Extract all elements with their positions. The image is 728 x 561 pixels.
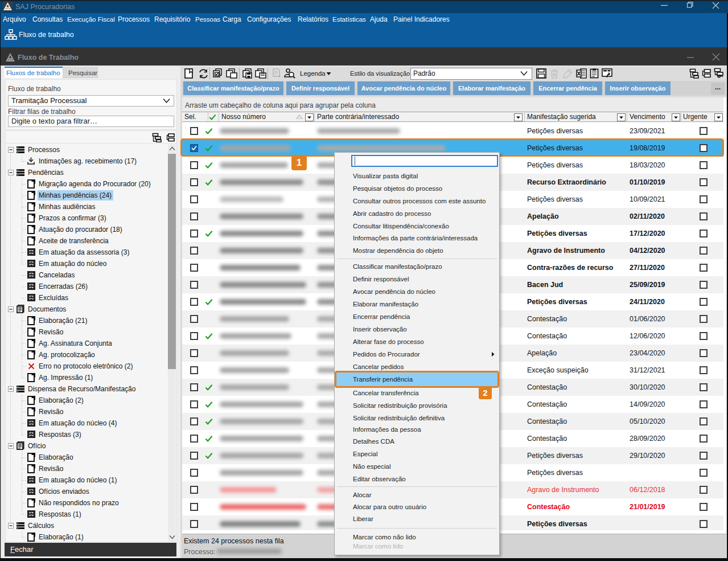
svg-text:P: P <box>274 70 278 76</box>
